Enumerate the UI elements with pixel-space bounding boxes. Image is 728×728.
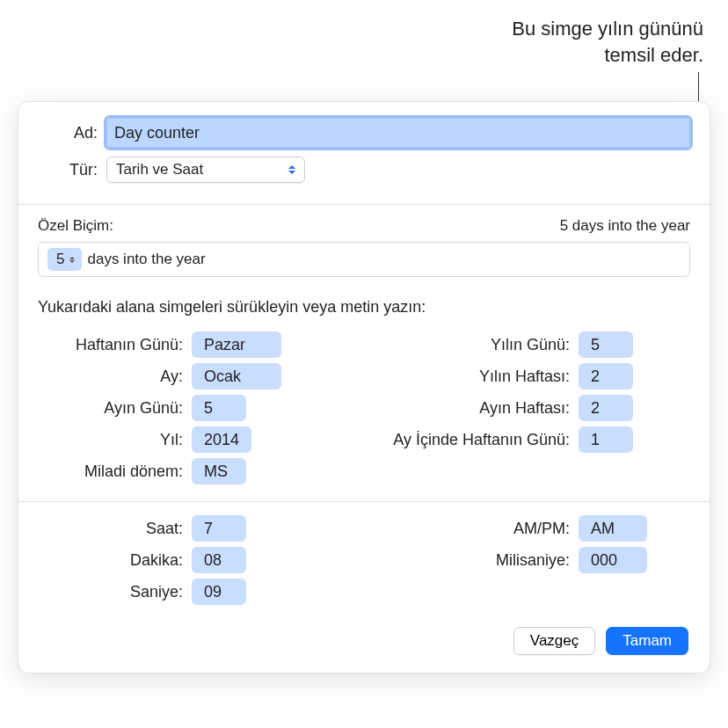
token-label: Miladi dönem:	[38, 462, 183, 481]
token-row-weekdayinmonth: Ay İçinde Haftanın Günü: 1	[360, 424, 657, 455]
callout-line2: temsil eder.	[512, 42, 703, 69]
token-label: Yılın Haftası:	[360, 368, 570, 386]
custom-format-dialog: Ad: Tür: Tarih ve Saat Özel Biçim: 5 day…	[18, 101, 710, 673]
token-label: Ay:	[38, 368, 183, 386]
token-row-minute: Dakika: 08	[38, 544, 334, 576]
token-second[interactable]: 09	[192, 579, 246, 605]
format-token-dayofyear[interactable]: 5	[47, 248, 82, 271]
name-input[interactable]	[106, 118, 690, 148]
callout-line1: Bu simge yılın gününü	[512, 16, 703, 42]
type-select[interactable]: Tarih ve Saat	[106, 157, 305, 183]
token-row-dayofyear: Yılın Günü: 5	[360, 329, 657, 360]
token-row-hour: Saat: 7	[38, 513, 334, 544]
token-year[interactable]: 2014	[192, 426, 251, 453]
token-ampm[interactable]: AM	[579, 515, 647, 542]
token-weekofmonth[interactable]: 2	[579, 395, 633, 421]
cancel-button[interactable]: Vazgeç	[513, 627, 595, 655]
type-select-value: Tarih ve Saat	[116, 161, 203, 178]
callout-text: Bu simge yılın gününü temsil eder.	[512, 16, 703, 68]
token-weekday[interactable]: Pazar	[192, 331, 281, 358]
token-weekofyear[interactable]: 2	[579, 363, 633, 389]
token-weekdayinmonth[interactable]: 1	[579, 426, 633, 453]
ok-button[interactable]: Tamam	[606, 627, 688, 655]
custom-format-preview: 5 days into the year	[560, 217, 690, 235]
token-dayofyear[interactable]: 5	[579, 331, 633, 358]
token-row-era: Miladi dönem: MS	[38, 455, 334, 487]
token-millisecond[interactable]: 000	[579, 547, 647, 573]
token-label: Yılın Günü:	[360, 336, 570, 354]
token-row-weekday: Haftanın Günü: Pazar	[38, 329, 334, 360]
token-row-second: Saniye: 09	[38, 576, 334, 608]
token-dayofmonth[interactable]: 5	[192, 395, 246, 421]
token-label: Haftanın Günü:	[38, 336, 183, 354]
token-row-dayofmonth: Ayın Günü: 5	[38, 392, 334, 424]
token-row-month: Ay: Ocak	[38, 360, 334, 392]
token-label: Dakika:	[38, 551, 183, 570]
token-label: Ay İçinde Haftanın Günü:	[360, 431, 570, 449]
custom-format-label: Özel Biçim:	[38, 217, 113, 235]
token-row-ampm: AM/PM: AM	[360, 513, 657, 544]
token-label: AM/PM:	[360, 520, 570, 538]
updown-caret-icon	[69, 257, 75, 263]
token-label: Saat:	[38, 520, 183, 538]
token-hour[interactable]: 7	[192, 515, 246, 542]
token-month[interactable]: Ocak	[192, 363, 281, 389]
divider	[18, 204, 710, 205]
name-label: Ad:	[38, 124, 106, 142]
instruction-text: Yukarıdaki alana simgeleri sürükleyin ve…	[18, 277, 710, 325]
token-label: Saniye:	[38, 583, 183, 601]
token-label: Milisaniye:	[360, 551, 570, 570]
format-token-value: 5	[56, 251, 64, 268]
token-row-year: Yıl: 2014	[38, 424, 334, 455]
token-row-weekofmonth: Ayın Haftası: 2	[360, 392, 657, 424]
updown-caret-icon	[283, 160, 301, 179]
token-row-millisecond: Milisaniye: 000	[360, 544, 657, 576]
token-label: Ayın Haftası:	[360, 399, 570, 418]
token-era[interactable]: MS	[192, 458, 246, 484]
format-trailing-text: days into the year	[87, 251, 205, 268]
token-label: Yıl:	[38, 431, 183, 449]
type-label: Tür:	[38, 161, 106, 179]
token-label: Ayın Günü:	[38, 399, 183, 418]
token-row-weekofyear: Yılın Haftası: 2	[360, 360, 657, 392]
token-minute[interactable]: 08	[192, 547, 246, 573]
format-field[interactable]: 5 days into the year	[38, 242, 690, 277]
